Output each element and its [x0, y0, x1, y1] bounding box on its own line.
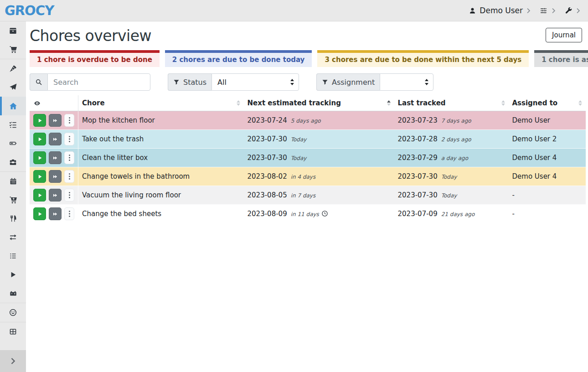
sort-icons — [578, 100, 582, 106]
top-navbar: GROCY Demo User — [0, 0, 588, 21]
sidebar-item-exchange[interactable] — [0, 228, 26, 247]
next-tracking-cell: 2023-07-30Today — [244, 130, 394, 149]
last-tracked-cell: 2023-07-282 days ago — [394, 130, 509, 149]
select-caret-icon — [424, 79, 429, 85]
sidebar-item-box[interactable] — [0, 21, 26, 40]
column-header-last-tracked[interactable]: Last tracked — [394, 95, 509, 111]
tasks-icon — [9, 120, 17, 129]
sidebar-item-smiley[interactable] — [0, 303, 26, 322]
calendar-icon — [9, 177, 17, 186]
smiley-icon — [9, 308, 17, 317]
grocy-logo[interactable]: GROCY — [4, 3, 54, 18]
sidebar-item-home-active[interactable] — [0, 97, 26, 115]
next-tracking-cell: 2023-08-02in 4 days — [244, 167, 394, 186]
row-menu-button[interactable] — [64, 151, 74, 164]
sidebar-item-cart-plus[interactable] — [0, 191, 26, 209]
user-icon — [469, 7, 476, 15]
sort-icons — [237, 100, 240, 106]
column-header-next-tracking[interactable]: Next estimated tracking — [244, 95, 394, 111]
banner-overdue[interactable]: 1 chore is overdue to be done — [30, 50, 160, 67]
sidebar-group-data — [0, 322, 26, 341]
skip-chore-button[interactable] — [49, 133, 62, 145]
sidebar-item-tasks[interactable] — [0, 115, 26, 134]
exchange-icon — [9, 233, 17, 242]
sidebar-item-play[interactable] — [0, 265, 26, 284]
track-chore-button[interactable] — [33, 133, 46, 145]
skip-chore-button[interactable] — [49, 170, 62, 183]
sort-icons-active-asc — [387, 100, 391, 106]
row-menu-button[interactable] — [64, 133, 74, 145]
play-icon — [37, 192, 43, 198]
assignment-filter-addon: Assignment — [316, 73, 380, 91]
column-visibility-header[interactable] — [30, 95, 78, 111]
sliders-icon — [539, 7, 548, 15]
sidebar-item-shopping-cart[interactable] — [0, 40, 26, 59]
track-chore-button[interactable] — [33, 189, 46, 202]
toolbox-icon — [9, 158, 17, 166]
column-header-assigned-to[interactable]: Assigned to — [509, 95, 586, 111]
table-row: Change the bed sheets 2023-08-09in 11 da… — [30, 205, 586, 223]
sidebar-item-battery[interactable] — [0, 134, 26, 153]
column-header-chore[interactable]: Chore — [78, 95, 244, 111]
sidebar-item-list[interactable] — [0, 247, 26, 265]
next-tracking-cell: 2023-07-245 days ago — [244, 111, 394, 130]
row-menu-button[interactable] — [64, 207, 74, 220]
row-menu-button[interactable] — [64, 114, 74, 127]
status-filter-select[interactable]: All — [211, 73, 299, 91]
filter-icon — [173, 79, 180, 85]
admin-menu[interactable] — [564, 6, 581, 15]
wrench-icon — [564, 6, 573, 15]
sidebar-item-paper-plane[interactable] — [0, 78, 26, 97]
next-tracking-cell: 2023-07-30Today — [244, 149, 394, 167]
fast-forward-icon — [52, 136, 58, 142]
battery-icon — [8, 140, 18, 147]
skip-chore-button[interactable] — [49, 114, 62, 127]
assignment-filter-select[interactable] — [380, 73, 433, 91]
user-menu[interactable]: Demo User — [469, 6, 531, 15]
fast-forward-icon — [52, 192, 58, 198]
sidebar-collapse-toggle[interactable] — [0, 350, 26, 372]
sidebar-item-toolbox[interactable] — [0, 153, 26, 171]
settings-menu[interactable] — [539, 7, 556, 15]
sidebar-item-calendar[interactable] — [0, 172, 26, 191]
last-tracked-cell: 2023-07-30Today — [394, 167, 509, 186]
chevron-right-icon — [551, 8, 556, 14]
last-tracked-cell: 2023-07-30Today — [394, 186, 509, 205]
row-menu-button[interactable] — [64, 170, 74, 183]
utensils-icon — [9, 214, 17, 223]
assigned-to-cell: - — [509, 205, 586, 223]
table-row: Take out the trash 2023-07-30Today 2023-… — [30, 130, 586, 149]
row-menu-button[interactable] — [64, 189, 74, 202]
track-chore-button[interactable] — [33, 151, 46, 164]
play-icon — [37, 118, 43, 124]
track-chore-button[interactable] — [33, 207, 46, 220]
fast-forward-icon — [52, 155, 58, 161]
cart-plus-icon — [9, 196, 18, 204]
banner-due-soon[interactable]: 3 chores are due to be done within the n… — [317, 50, 529, 67]
assignment-filter-label: Assignment — [332, 78, 375, 87]
track-chore-button[interactable] — [33, 170, 46, 183]
table-row: Vacuum the living room floor 2023-08-05i… — [30, 186, 586, 205]
skip-chore-button[interactable] — [49, 189, 62, 202]
search-addon — [30, 73, 47, 91]
sidebar-group-kitchen — [0, 59, 26, 171]
journal-button[interactable]: Journal — [546, 28, 582, 42]
clock-icon — [321, 210, 328, 217]
search-input[interactable] — [47, 73, 150, 91]
sidebar-item-car-battery[interactable] — [0, 284, 26, 303]
skip-chore-button[interactable] — [49, 207, 62, 220]
sidebar-item-pizza[interactable] — [0, 59, 26, 78]
last-tracked-cell: 2023-07-29a day ago — [394, 149, 509, 167]
sidebar-item-utensils[interactable] — [0, 209, 26, 228]
box-icon — [9, 26, 17, 35]
ellipsis-vertical-icon — [68, 135, 71, 143]
table-row: Change towels in the bathroom 2023-08-02… — [30, 167, 586, 186]
track-chore-button[interactable] — [33, 114, 46, 127]
sidebar-item-table[interactable] — [0, 322, 26, 341]
skip-chore-button[interactable] — [49, 151, 62, 164]
chore-name-cell: Clean the litter box — [78, 149, 244, 167]
banner-assigned-to-me[interactable]: 1 chore is assigned to me — [534, 50, 588, 67]
banner-due-today[interactable]: 2 chores are due to be done today — [165, 50, 312, 67]
chore-name-cell: Vacuum the living room floor — [78, 186, 244, 205]
play-icon — [37, 155, 43, 161]
